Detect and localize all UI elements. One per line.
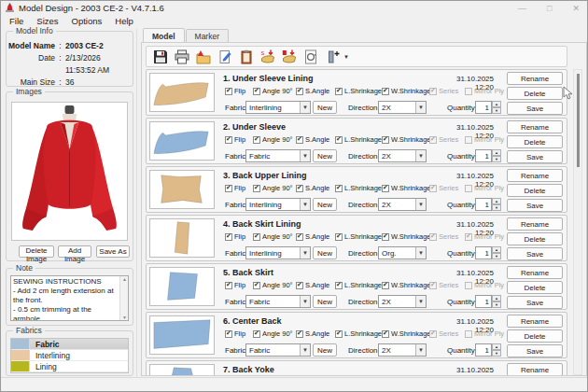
rename-button[interactable]: Rename xyxy=(507,169,563,182)
quantity-stepper[interactable]: ▲ ▼ xyxy=(492,295,501,308)
scrollbar-thumb[interactable] xyxy=(577,74,580,167)
direction-select[interactable]: 2X ▼ xyxy=(378,343,427,357)
fabric-select[interactable]: Fabric ▼ xyxy=(245,343,311,357)
spin-down-icon[interactable]: ▼ xyxy=(492,107,501,114)
angle-90-checkbox[interactable]: Angle 90° xyxy=(253,135,293,144)
delete-button[interactable]: Delete xyxy=(507,329,563,343)
note-scrollbar[interactable]: ▲ ▼ xyxy=(119,276,128,320)
dropdown-arrow-icon[interactable]: ▼ xyxy=(415,344,426,356)
fabric-list-item[interactable]: Lining xyxy=(11,361,128,372)
s-angle-checkbox[interactable]: S.Angle xyxy=(296,329,329,338)
new-fabric-button[interactable]: New xyxy=(313,149,337,162)
save-button[interactable]: Save xyxy=(507,150,563,163)
fabric-list-item[interactable]: Interlining xyxy=(11,350,128,361)
flip-checkbox[interactable]: Flip xyxy=(225,184,245,192)
l-shrinkage-checkbox[interactable]: L.Shrinkage xyxy=(335,329,382,338)
s-angle-checkbox[interactable]: S.Angle xyxy=(296,184,329,192)
spin-up-icon[interactable]: ▲ xyxy=(492,246,501,253)
delete-button[interactable]: Delete xyxy=(507,281,563,294)
l-shrinkage-checkbox[interactable]: L.Shrinkage xyxy=(335,232,382,241)
rename-button[interactable]: Rename xyxy=(507,72,563,85)
l-shrinkage-checkbox[interactable]: L.Shrinkage xyxy=(335,87,382,95)
w-shrinkage-checkbox[interactable]: W.Shrinkage xyxy=(382,184,431,192)
flip-checkbox[interactable]: Flip xyxy=(225,232,245,241)
dropdown-arrow-icon[interactable]: ▼ xyxy=(300,150,310,161)
flip-checkbox[interactable]: Flip xyxy=(225,281,245,289)
piece-thumbnail[interactable] xyxy=(149,267,215,306)
quantity-input[interactable]: 1 xyxy=(475,343,492,357)
w-shrinkage-checkbox[interactable]: W.Shrinkage xyxy=(382,87,431,95)
save-as-button[interactable]: Save As xyxy=(96,245,130,258)
flip-checkbox[interactable]: Flip xyxy=(225,329,245,338)
fabric-select[interactable]: Interlining ▼ xyxy=(245,246,311,259)
edit-note-icon[interactable] xyxy=(217,49,232,64)
add-piece-icon[interactable]: S xyxy=(260,49,275,64)
spin-down-icon[interactable]: ▼ xyxy=(492,301,501,308)
quantity-input[interactable]: 1 xyxy=(475,246,492,259)
dropdown-arrow-icon[interactable]: ▼ xyxy=(415,296,426,307)
minimize-button[interactable]: — xyxy=(518,4,526,13)
w-shrinkage-checkbox[interactable]: W.Shrinkage xyxy=(382,232,431,241)
delete-button[interactable]: Delete xyxy=(507,87,563,100)
quantity-stepper[interactable]: ▲ ▼ xyxy=(492,198,501,211)
angle-90-checkbox[interactable]: Angle 90° xyxy=(253,281,293,289)
piece-thumbnail[interactable] xyxy=(149,315,215,355)
l-shrinkage-checkbox[interactable]: L.Shrinkage xyxy=(335,184,382,192)
new-fabric-button[interactable]: New xyxy=(313,343,337,357)
save-button[interactable]: Save xyxy=(507,296,563,309)
piece-thumbnail[interactable] xyxy=(149,170,215,209)
flip-checkbox[interactable]: Flip xyxy=(225,135,245,144)
spin-up-icon[interactable]: ▲ xyxy=(492,295,501,301)
print-icon[interactable] xyxy=(175,49,189,64)
dropdown-arrow-icon[interactable]: ▼ xyxy=(300,344,310,356)
angle-90-checkbox[interactable]: Angle 90° xyxy=(253,87,293,95)
flip-checkbox[interactable]: Flip xyxy=(225,87,245,95)
s-angle-checkbox[interactable]: S.Angle xyxy=(296,87,329,95)
scroll-down-icon[interactable]: ▼ xyxy=(120,315,129,320)
quantity-input[interactable]: 1 xyxy=(475,149,492,162)
fabric-select[interactable]: Fabric ▼ xyxy=(245,149,311,162)
save-button[interactable]: Save xyxy=(507,102,563,115)
dropdown-arrow-icon[interactable]: ▼ xyxy=(300,102,310,113)
direction-select[interactable]: 2X ▼ xyxy=(378,295,427,308)
new-fabric-button[interactable]: New xyxy=(313,246,337,259)
s-angle-checkbox[interactable]: S.Angle xyxy=(296,232,329,241)
new-fabric-button[interactable]: New xyxy=(313,295,337,308)
maximize-button[interactable]: □ xyxy=(547,4,552,13)
piece-thumbnail[interactable] xyxy=(149,121,215,161)
direction-select[interactable]: 2X ▼ xyxy=(378,101,427,114)
piece-thumbnail[interactable] xyxy=(149,218,215,258)
direction-select[interactable]: 2X ▼ xyxy=(378,198,427,211)
refresh-page-icon[interactable] xyxy=(303,49,318,64)
menu-item[interactable]: Options xyxy=(65,15,109,29)
dropdown-arrow-icon[interactable]: ▼ xyxy=(300,199,310,210)
fabric-select[interactable]: Interlining ▼ xyxy=(245,101,311,114)
scroll-up-icon[interactable]: ▲ xyxy=(120,276,129,282)
rename-button[interactable]: Rename xyxy=(507,120,563,133)
save-button[interactable]: Save xyxy=(507,247,563,260)
rename-button[interactable]: Rename xyxy=(507,315,563,328)
add-image-button[interactable]: Add Image xyxy=(58,245,91,258)
s-angle-checkbox[interactable]: S.Angle xyxy=(296,281,329,289)
save-icon[interactable] xyxy=(153,49,168,64)
spin-up-icon[interactable]: ▲ xyxy=(492,343,501,350)
spin-up-icon[interactable]: ▲ xyxy=(492,101,501,107)
w-shrinkage-checkbox[interactable]: W.Shrinkage xyxy=(382,329,431,338)
add-piece-from-file-icon[interactable] xyxy=(282,49,297,64)
quantity-input[interactable]: 1 xyxy=(475,198,492,211)
rename-button[interactable]: Rename xyxy=(507,217,563,231)
direction-select[interactable]: Org. ▼ xyxy=(378,246,427,259)
delete-button[interactable]: Delete xyxy=(507,184,563,197)
rename-button[interactable]: Rename xyxy=(507,266,563,279)
dropdown-arrow-icon[interactable]: ▼ xyxy=(415,150,426,161)
piece-thumbnail[interactable] xyxy=(149,73,215,112)
dropdown-caret-icon[interactable]: ▼ xyxy=(343,54,349,60)
delete-button[interactable]: Delete xyxy=(507,232,563,245)
note-textarea[interactable]: SEWING INSTRUCTIONS - Add 2 cm length ex… xyxy=(10,275,129,321)
delete-button[interactable]: Delete xyxy=(507,135,563,148)
menu-item[interactable]: Help xyxy=(108,15,140,29)
angle-90-checkbox[interactable]: Angle 90° xyxy=(253,329,293,338)
spin-down-icon[interactable]: ▼ xyxy=(492,253,501,259)
quantity-stepper[interactable]: ▲ ▼ xyxy=(492,343,501,357)
angle-90-checkbox[interactable]: Angle 90° xyxy=(253,232,293,241)
